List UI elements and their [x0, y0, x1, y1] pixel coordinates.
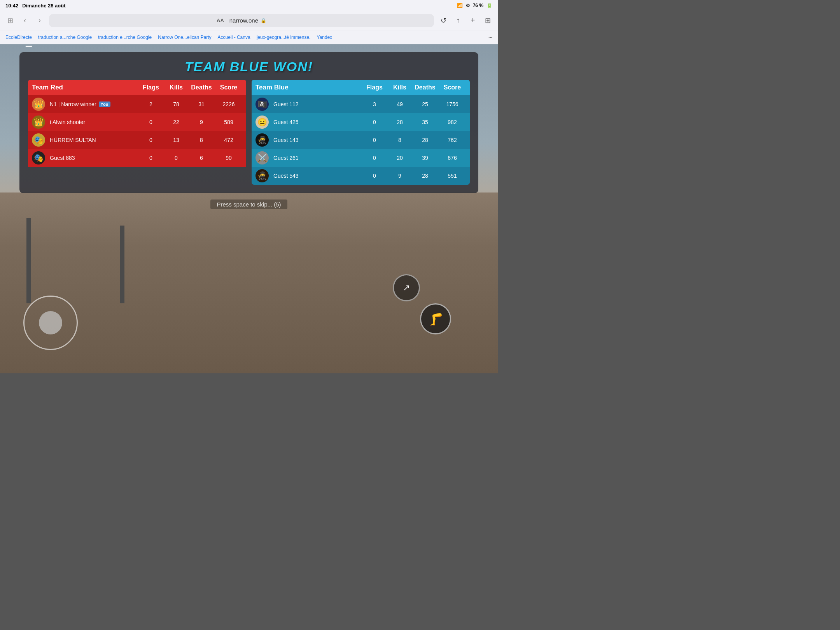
bookmark-narrow[interactable]: Narrow One...elican Party: [158, 35, 211, 40]
avatar: 🥷: [256, 169, 269, 182]
hamburger-icon[interactable]: ☰: [25, 44, 33, 49]
team-red-table: Team Red Flags Kills Deaths Score 👑 N1 |…: [28, 80, 246, 185]
player-kills: 8: [388, 137, 411, 143]
player-score: 1756: [439, 101, 466, 107]
table-row: ⚔️ Guest 261 0 20 39 676: [252, 149, 470, 167]
team-red-score-header: Score: [215, 84, 242, 91]
player-name: N1 | Narrow winnerYou: [47, 101, 137, 107]
bookmark-traduction-1[interactable]: traduction a...rche Google: [38, 35, 92, 40]
player-score: 982: [439, 119, 466, 125]
table-row: 🥷 Guest 143 0 8 28 762: [252, 131, 470, 149]
avatar: 🥷: [256, 133, 269, 147]
sidebar-toggle-button[interactable]: ⊞: [4, 14, 16, 27]
game-background: ☰ TEAM BLUE WON! Team Red Flags Kills De…: [0, 44, 498, 373]
team-blue-score-header: Score: [439, 84, 466, 91]
battery-level: 76 %: [473, 3, 483, 8]
team-red-flags-header: Flags: [137, 84, 164, 91]
action-button-aim[interactable]: ↗: [393, 274, 420, 301]
player-deaths: 28: [411, 173, 439, 179]
bookmark-canva[interactable]: Accueil - Canva: [218, 35, 250, 40]
player-flags: 0: [137, 119, 164, 125]
table-row: 🎭 HÜRREM SULTAN 0 13 8 472: [28, 131, 246, 149]
avatar: 🎭: [32, 151, 45, 164]
bookmark-jeux[interactable]: jeux-geogra...té immense.: [257, 35, 311, 40]
player-name: Guest 425: [271, 119, 361, 125]
player-deaths: 8: [188, 137, 215, 143]
team-blue-kills-header: Kills: [388, 84, 411, 91]
team-blue-deaths-header: Deaths: [411, 84, 439, 91]
kick-icon: 🦵: [429, 312, 443, 326]
bookmark-ecoledirecte[interactable]: EcoleDirecte: [5, 35, 32, 40]
team-red-header: Team Red Flags Kills Deaths Score: [28, 80, 246, 95]
player-score: 90: [215, 155, 242, 161]
joystick-thumb: [39, 311, 62, 334]
player-score: 551: [439, 173, 466, 179]
team-blue-players: 🏴‍☠️ Guest 112 3 49 25 1756 😐 Guest 425 …: [252, 95, 470, 185]
action-button-kick[interactable]: 🦵: [420, 303, 451, 334]
player-name: HÜRREM SULTAN: [47, 137, 137, 143]
player-name: Guest 883: [47, 155, 137, 161]
status-bar: 10:42 Dimanche 28 août 📶 ⊙ 76 % 🔋: [0, 0, 498, 11]
player-name: Guest 112: [271, 101, 361, 107]
press-space-text: Press space to skip... (5): [210, 200, 287, 209]
time: 10:42: [5, 3, 18, 9]
table-row: 🥷 Guest 543 0 9 28 551: [252, 167, 470, 185]
tabs-button[interactable]: ⊞: [481, 14, 494, 27]
avatar: 😐: [256, 116, 269, 129]
bookmark-yandex[interactable]: Yandex: [317, 35, 332, 40]
url-text: narrow.one: [229, 17, 258, 24]
player-kills: 0: [164, 155, 188, 161]
player-score: 472: [215, 137, 242, 143]
player-flags: 0: [361, 137, 388, 143]
player-kills: 13: [164, 137, 188, 143]
bookmarks-more-button[interactable]: ···: [488, 35, 492, 40]
avatar: ⚔️: [256, 151, 269, 164]
player-kills: 78: [164, 101, 188, 107]
player-name: Guest 261: [271, 155, 361, 161]
player-kills: 9: [388, 173, 411, 179]
browser-bar: ⊞ ‹ › AA narrow.one 🔒 ↺ ↑ + ⊞: [0, 11, 498, 30]
forward-button[interactable]: ›: [33, 14, 46, 27]
bookmark-traduction-2[interactable]: traduction e...rche Google: [98, 35, 152, 40]
reload-button[interactable]: ↺: [437, 14, 450, 27]
player-name: Guest 543: [271, 173, 361, 179]
url-bar[interactable]: AA narrow.one 🔒: [49, 14, 434, 27]
player-kills: 49: [388, 101, 411, 107]
table-row: 👑 t Alwin shooter 0 22 9 589: [28, 113, 246, 131]
avatar: 🎭: [32, 133, 45, 147]
team-red-players: 👑 N1 | Narrow winnerYou 2 78 31 2226 👑 t…: [28, 95, 246, 167]
share-button[interactable]: ↑: [452, 14, 464, 27]
player-kills: 20: [388, 155, 411, 161]
new-tab-button[interactable]: +: [467, 14, 479, 27]
date: Dimanche 28 août: [22, 3, 65, 9]
player-score: 2226: [215, 101, 242, 107]
player-kills: 28: [388, 119, 411, 125]
player-flags: 0: [137, 137, 164, 143]
team-red-name: Team Red: [32, 84, 137, 91]
teams-row: Team Red Flags Kills Deaths Score 👑 N1 |…: [28, 80, 470, 185]
battery-icon: 🔋: [486, 3, 492, 8]
player-score: 762: [439, 137, 466, 143]
player-score: 676: [439, 155, 466, 161]
back-button[interactable]: ‹: [19, 14, 31, 27]
scoreboard-panel: ☰ TEAM BLUE WON! Team Red Flags Kills De…: [19, 52, 478, 193]
player-flags: 0: [361, 155, 388, 161]
table-row: 😐 Guest 425 0 28 35 982: [252, 113, 470, 131]
avatar: 👑: [32, 116, 45, 129]
avatar: 🏴‍☠️: [256, 98, 269, 111]
location-icon: ⊙: [466, 3, 470, 8]
player-deaths: 28: [411, 137, 439, 143]
player-deaths: 25: [411, 101, 439, 107]
game-result-title: TEAM BLUE WON!: [28, 59, 470, 74]
table-row: 🎭 Guest 883 0 0 6 90: [28, 149, 246, 167]
team-blue-table: Team Blue Flags Kills Deaths Score 🏴‍☠️ …: [252, 80, 470, 185]
joystick[interactable]: [23, 296, 78, 350]
lock-icon: 🔒: [261, 18, 266, 23]
table-row: 👑 N1 | Narrow winnerYou 2 78 31 2226: [28, 95, 246, 113]
wifi-icon: 📶: [457, 3, 463, 8]
you-badge: You: [99, 102, 110, 107]
aim-icon: ↗: [403, 283, 410, 293]
player-deaths: 39: [411, 155, 439, 161]
player-flags: 0: [137, 155, 164, 161]
table-row: 🏴‍☠️ Guest 112 3 49 25 1756: [252, 95, 470, 113]
